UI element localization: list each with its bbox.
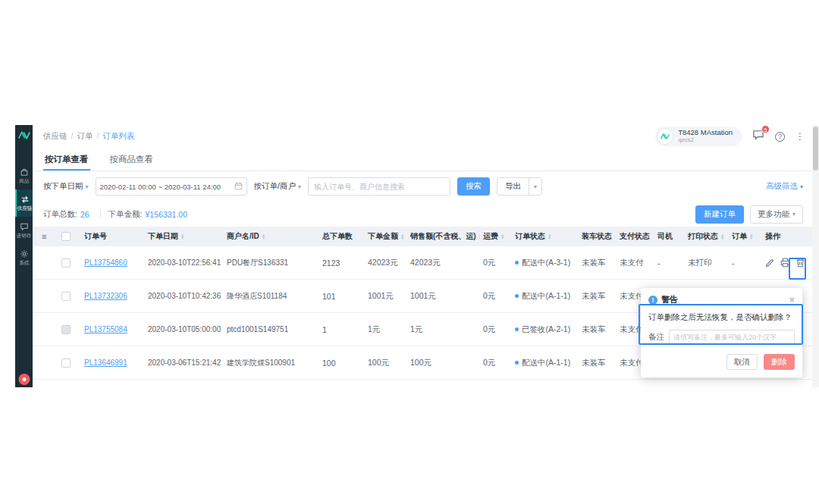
- tab-by-product[interactable]: 按商品查看: [108, 148, 155, 171]
- merchant-name: 隆华酒店S101184: [224, 291, 319, 302]
- search-input-wrap: [308, 177, 450, 196]
- col-sales[interactable]: 销售额(不含税、运)▲▼: [407, 231, 480, 242]
- delete-button[interactable]: 删除: [764, 354, 795, 370]
- col-freight[interactable]: 运费▲▼: [480, 231, 512, 242]
- edit-icon[interactable]: [765, 258, 775, 268]
- app-logo: [18, 125, 30, 144]
- delete-icon[interactable]: [795, 258, 805, 268]
- chevron-down-icon: ▾: [800, 183, 803, 190]
- amount-value: ¥156331.00: [146, 210, 187, 219]
- search-button[interactable]: 搜索: [457, 177, 490, 196]
- sort-icon[interactable]: ▲▼: [180, 233, 184, 240]
- pay-status: 未支付: [617, 258, 654, 268]
- sidebar-notice-icon[interactable]: [18, 374, 30, 385]
- breadcrumb-item[interactable]: 订单: [77, 131, 102, 142]
- sort-icon[interactable]: ▲▼: [500, 233, 504, 240]
- row-checkbox[interactable]: [61, 292, 71, 301]
- sort-icon[interactable]: ▲▼: [548, 233, 551, 240]
- sidebar: 商品 供应链 进销存 系统: [15, 125, 33, 387]
- row-checkbox[interactable]: [61, 325, 71, 334]
- scrollbar-thumb[interactable]: [813, 127, 818, 171]
- row-checkbox[interactable]: [61, 258, 71, 268]
- search-type-dropdown[interactable]: 按订单/商户▾: [254, 181, 301, 192]
- sidebar-item-label: 进销存: [17, 233, 32, 239]
- sidebar-item-inventory[interactable]: 进销存: [15, 217, 33, 244]
- order-date: 2020-03-10T10:42:36: [145, 292, 224, 300]
- driver: -: [654, 258, 685, 268]
- freight: 0元: [480, 258, 512, 268]
- more-functions-button[interactable]: 更多功能▾: [750, 205, 803, 224]
- col-print-status[interactable]: 打印状态▲▼: [685, 231, 729, 242]
- col-qty[interactable]: 总下单数: [319, 231, 365, 242]
- col-amount[interactable]: 下单金额▲▼: [365, 231, 407, 242]
- order-date: 2020-03-10T05:00:00: [145, 325, 224, 333]
- summary-bar: 订单总数: 26 下单金额: ¥156331.00 新建订单 更多功能▾: [33, 202, 812, 227]
- help-button[interactable]: ?: [775, 132, 785, 142]
- merchant-name: PDU餐厅S136331: [224, 258, 319, 268]
- sidebar-item-label: 系统: [19, 260, 29, 266]
- load-status: 未装车: [579, 258, 617, 268]
- breadcrumb: 供应链 订单 订单列表: [43, 131, 134, 142]
- calendar-icon: [234, 180, 243, 193]
- col-load-status[interactable]: 装车状态: [579, 231, 617, 242]
- more-menu-button[interactable]: ⋮: [795, 131, 805, 142]
- select-all-checkbox[interactable]: [61, 232, 71, 241]
- status-dot: [515, 361, 519, 365]
- order-qty: 100: [319, 358, 365, 368]
- freight: 0元: [480, 358, 512, 368]
- order-date: 2020-03-06T15:21:42: [145, 358, 224, 367]
- sidebar-item-label: 供应链: [17, 205, 33, 211]
- order-link[interactable]: PL13732306: [84, 292, 127, 300]
- row-checkbox[interactable]: [61, 358, 71, 368]
- col-order-no[interactable]: 订单号: [81, 231, 145, 242]
- column-settings-icon[interactable]: ≡: [42, 232, 46, 241]
- remark-input[interactable]: [669, 330, 795, 345]
- notification-badge: 5: [761, 125, 770, 133]
- amount-label: 下单金额:: [108, 209, 143, 220]
- sales-amount: 1元: [407, 324, 480, 335]
- date-type-dropdown[interactable]: 按下单日期▾: [43, 181, 89, 192]
- print-icon[interactable]: [780, 258, 790, 268]
- order-link[interactable]: PL13755084: [84, 325, 127, 333]
- col-driver[interactable]: 司机: [654, 231, 685, 242]
- advanced-filter-link[interactable]: 高级筛选▾: [766, 181, 803, 192]
- sidebar-item-label: 商品: [19, 178, 29, 184]
- order-extra: -: [729, 258, 762, 268]
- date-range-value[interactable]: [100, 183, 231, 191]
- order-link[interactable]: PL13646991: [84, 358, 127, 367]
- delete-confirm-dialog: ! 警告 × 订单删除之后无法恢复，是否确认删除？ 备注 取消 删除: [641, 288, 802, 377]
- col-order-extra[interactable]: 订单▲▼: [729, 231, 762, 242]
- order-link[interactable]: PL13754860: [84, 258, 127, 267]
- messages-button[interactable]: 5: [752, 130, 764, 143]
- load-status: 未装车: [579, 358, 617, 368]
- status-dot: [515, 294, 519, 298]
- col-pay-status[interactable]: 支付状态: [617, 231, 654, 242]
- search-input[interactable]: [314, 183, 444, 191]
- col-merchant[interactable]: 商户名/ID▲▼: [224, 231, 319, 242]
- sidebar-item-system[interactable]: 系统: [15, 244, 33, 271]
- vertical-scrollbar[interactable]: [812, 125, 819, 387]
- sidebar-item-goods[interactable]: 商品: [15, 162, 33, 189]
- breadcrumb-item-current[interactable]: 订单列表: [102, 131, 134, 142]
- col-status[interactable]: 订单状态▲▼: [512, 231, 579, 242]
- sort-icon[interactable]: ▲▼: [400, 233, 404, 240]
- chevron-down-icon: ▾: [298, 183, 301, 190]
- cancel-button[interactable]: 取消: [726, 354, 758, 370]
- export-button[interactable]: 导出 ▾: [497, 177, 542, 196]
- sort-icon[interactable]: ▲▼: [262, 233, 265, 240]
- col-date[interactable]: 下单日期▲▼: [145, 231, 224, 242]
- tab-by-order[interactable]: 按订单查看: [43, 148, 90, 171]
- divider: [100, 210, 101, 218]
- chevron-down-icon[interactable]: ▾: [529, 178, 541, 195]
- order-amount: 1001元: [365, 291, 407, 302]
- sort-icon[interactable]: ▲▼: [749, 233, 753, 240]
- close-icon[interactable]: ×: [789, 296, 795, 305]
- breadcrumb-item[interactable]: 供应链: [43, 131, 77, 142]
- table-row: PL13754860 2020-03-10T22:56:41 PDU餐厅S136…: [33, 246, 812, 280]
- date-range-input[interactable]: [96, 177, 247, 196]
- user-name: T8428 MAstation: [678, 129, 733, 136]
- new-order-button[interactable]: 新建订单: [695, 205, 744, 224]
- sort-icon[interactable]: ▲▼: [720, 233, 724, 240]
- user-menu[interactable]: T8428 MAstation qzcs2: [655, 127, 742, 146]
- sidebar-item-supply-chain[interactable]: 供应链: [15, 189, 33, 217]
